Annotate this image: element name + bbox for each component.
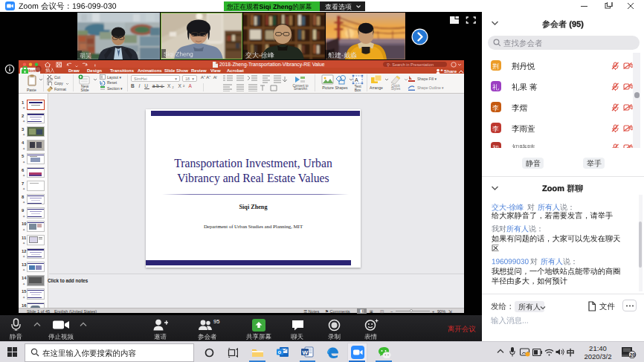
- svg-text:20: 20: [630, 352, 636, 358]
- svg-text:o: o: [278, 349, 282, 355]
- svg-text:W: W: [303, 349, 309, 356]
- svg-text:A: A: [355, 77, 358, 83]
